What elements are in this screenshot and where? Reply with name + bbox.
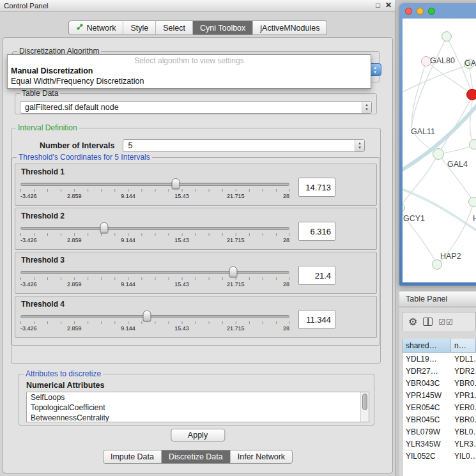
cell[interactable]: YBR0… [451,413,476,426]
table-row[interactable]: YBL079WYBL0… [403,426,476,438]
cell[interactable]: YPR145W [403,389,451,401]
tab-discretize-data[interactable]: Discretize Data [161,450,230,463]
threshold-2-value-field[interactable]: 6.316 [298,222,335,241]
tab-impute-data[interactable]: Impute Data [104,450,161,463]
tab-select[interactable]: Select [155,21,192,35]
cell[interactable]: YBL0… [451,426,476,438]
network-node[interactable] [466,89,476,100]
threshold-4-value-field[interactable]: 11.344 [298,310,335,329]
scale-label: 2.859 [67,237,82,243]
cell[interactable]: YBR045C [403,413,451,426]
scale-label: 9.144 [121,193,135,199]
window-controls [405,8,435,15]
threshold-1-slider[interactable]: -3.4262.8599.14415.4321.71528 [20,178,289,201]
cell[interactable]: YIL052C [403,450,451,462]
list-scrollbar[interactable] [360,392,369,422]
numerical-attributes-list[interactable]: SelfLoops TopologicalCoefficient Between… [26,392,369,422]
close-icon[interactable]: ✕ [385,2,392,9]
threshold-4-slider[interactable]: -3.4262.8599.14415.4321.71528 [20,310,289,333]
table-panel-header[interactable]: Table Panel [399,291,476,307]
number-of-intervals-select[interactable]: 5 ▲▼ [123,139,365,152]
network-canvas[interactable]: GAL80GAGAL11GAL4GCY1HHAP2 [403,19,476,282]
table-data-select[interactable]: galFiltered.sif default node ▲▼ [20,101,372,114]
number-of-intervals-label: Number of Intervals [40,141,114,150]
node-table[interactable]: shared… n… YDL19…YDL1… YDR27…YDR2… YBR04… [402,339,476,476]
slider-thumb[interactable] [142,311,151,321]
network-node-label: GAL11 [411,127,435,136]
gear-icon[interactable]: ⚙ [408,317,417,327]
apply-button[interactable]: Apply [171,429,225,441]
slider-thumb[interactable] [100,222,108,233]
table-row[interactable]: YDR27…YDR2… [403,365,476,377]
cell[interactable]: YER0… [451,401,476,413]
table-data-group: Table Data galFiltered.sif default node … [15,89,377,114]
table-row[interactable]: YBR045CYBR0… [403,413,476,426]
table-row[interactable]: YLR345WYLR3… [403,438,476,450]
tab-infer-network[interactable]: Infer Network [230,450,292,463]
slider-track[interactable] [20,227,289,230]
list-item[interactable]: TopologicalCoefficient [27,403,369,413]
network-node[interactable] [468,197,476,207]
table-row[interactable]: YER054CYER0… [403,401,476,413]
list-item[interactable]: SelfLoops [27,392,369,403]
threshold-2-slider[interactable]: -3.4262.8599.14415.4321.71528 [20,222,289,245]
table-row[interactable]: YBR043CYBR0… [403,377,476,389]
network-node[interactable] [432,259,442,270]
group-label: Table Data [20,89,60,98]
select-columns-checkbox-icons[interactable]: ☑☑ [438,318,454,326]
cell[interactable]: YDR27… [403,365,451,377]
minimize-traffic-light-icon[interactable] [417,8,424,15]
list-item[interactable]: BetweennessCentrality [27,413,369,422]
float-window-icon[interactable]: □ [376,2,380,9]
control-panel-titlebar[interactable]: Control Panel □ ✕ [0,0,395,12]
cell[interactable]: YBR043C [403,377,451,389]
cell[interactable]: YLR345W [403,438,451,450]
threshold-3-value-field[interactable]: 21.4 [298,266,335,285]
scrollbar-thumb[interactable] [362,394,367,410]
slider-track[interactable] [20,183,289,186]
column-header-name[interactable]: n… [451,339,476,353]
scale-label: 2.859 [67,193,82,199]
close-traffic-light-icon[interactable] [405,8,412,15]
cyni-toolbox-panel: Discretization Algorithm ▲▼ Select algor… [3,37,393,473]
table-data-value: galFiltered.sif default node [25,103,119,112]
slider-track[interactable] [20,271,289,274]
slider-scale: -3.4262.8599.14415.4321.71528 [20,281,289,288]
tab-cyni-toolbox[interactable]: Cyni Toolbox [192,21,252,35]
cell[interactable]: YLR3… [451,438,476,450]
scale-label: -3.426 [20,193,37,199]
scale-label: 15.43 [174,281,189,288]
dropdown-option-equal-width-frequency[interactable]: Equal Width/Frequency Discretization [8,76,371,86]
table-toolbar: ⚙ ☑☑ [402,312,476,331]
dropdown-option-manual-discretization[interactable]: Manual Discretization [8,66,371,76]
table-row[interactable]: YPR145WYPR1… [403,389,476,401]
cell[interactable]: YPR1… [451,389,476,401]
zoom-traffic-light-icon[interactable] [428,8,435,15]
network-node[interactable] [433,148,444,160]
tab-style[interactable]: Style [123,21,155,35]
tab-label: Discretize Data [169,452,223,461]
threshold-3-slider[interactable]: -3.4262.8599.14415.4321.71528 [20,266,289,289]
threshold-1-value-field[interactable]: 14.713 [298,178,335,197]
table-row[interactable]: YDL19…YDL1… [403,353,476,365]
column-header-shared-name[interactable]: shared… [403,339,451,353]
table-row[interactable]: YIL052CYIL0… [403,450,476,462]
network-node[interactable] [469,139,476,150]
cell[interactable]: YIL0… [451,450,476,462]
cell[interactable]: YBR0… [451,377,476,389]
network-node-label: GA [464,59,476,68]
network-node[interactable] [441,31,452,42]
cell[interactable]: YDL19… [403,353,451,365]
cell[interactable]: YER054C [403,401,451,413]
group-label: Threshold's Coordinates for 5 Intervals [17,153,152,162]
tab-network[interactable]: Network [69,21,123,35]
cell[interactable]: YDL1… [451,353,476,365]
slider-thumb[interactable] [171,178,180,189]
cell[interactable]: YDR2… [451,365,476,377]
table-panel-title: Table Panel [406,295,447,303]
columns-icon[interactable] [423,318,433,326]
slider-thumb[interactable] [229,266,237,277]
slider-track[interactable] [20,315,289,318]
cell[interactable]: YBL079W [403,426,451,438]
tab-jactivemnodules[interactable]: jActiveMNodules [252,21,326,35]
